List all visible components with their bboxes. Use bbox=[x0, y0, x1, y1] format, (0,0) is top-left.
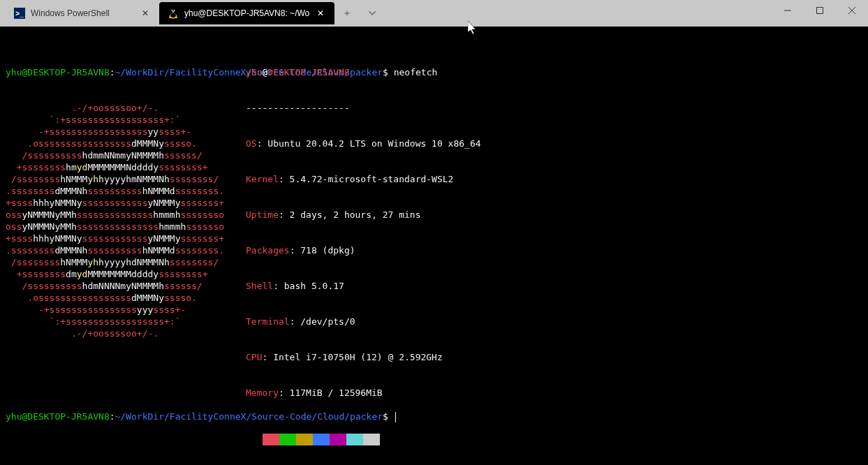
new-tab-button[interactable]: ＋ bbox=[334, 2, 360, 24]
tab-powershell[interactable]: >_ Windows PowerShell ✕ bbox=[6, 2, 159, 24]
color-swatch bbox=[296, 434, 313, 445]
tab-strip: >_ Windows PowerShell ✕ yhu@DESKTOP-JR5A… bbox=[6, 0, 385, 27]
terminal-area[interactable]: yhu@DESKTOP-JR5AVN8:~/WorkDir/FacilityCo… bbox=[0, 27, 868, 465]
powershell-icon: >_ bbox=[14, 8, 25, 19]
color-swatch bbox=[346, 434, 363, 445]
close-icon[interactable]: ✕ bbox=[315, 8, 326, 19]
tux-icon bbox=[168, 8, 179, 19]
color-swatch bbox=[279, 434, 296, 445]
tab-label: Windows PowerShell bbox=[31, 8, 134, 18]
color-swatch bbox=[263, 434, 279, 445]
color-swatch bbox=[330, 434, 346, 445]
color-swatch bbox=[246, 434, 263, 445]
minimize-button[interactable] bbox=[772, 0, 804, 21]
color-swatch bbox=[313, 434, 330, 445]
close-icon[interactable]: ✕ bbox=[140, 8, 151, 19]
maximize-button[interactable] bbox=[804, 0, 836, 21]
svg-point-9 bbox=[175, 17, 177, 18]
svg-rect-11 bbox=[817, 8, 823, 14]
color-swatch bbox=[363, 434, 380, 445]
tab-wsl-active[interactable]: yhu@DESKTOP-JR5AVN8: ~/Wo ✕ bbox=[159, 2, 334, 24]
tab-label: yhu@DESKTOP-JR5AVN8: ~/Wo bbox=[184, 8, 309, 18]
svg-point-7 bbox=[172, 11, 175, 13]
color-swatches-row1 bbox=[246, 434, 481, 445]
titlebar: >_ Windows PowerShell ✕ yhu@DESKTOP-JR5A… bbox=[0, 0, 868, 27]
svg-point-8 bbox=[169, 17, 172, 18]
neofetch-info: yhu@DESKTOP-JR5AVN8 ------------------- … bbox=[246, 43, 481, 465]
close-window-button[interactable] bbox=[836, 0, 868, 21]
tab-dropdown-button[interactable] bbox=[360, 2, 385, 24]
window-controls bbox=[772, 0, 868, 27]
svg-point-6 bbox=[174, 10, 175, 11]
svg-point-5 bbox=[172, 10, 172, 11]
